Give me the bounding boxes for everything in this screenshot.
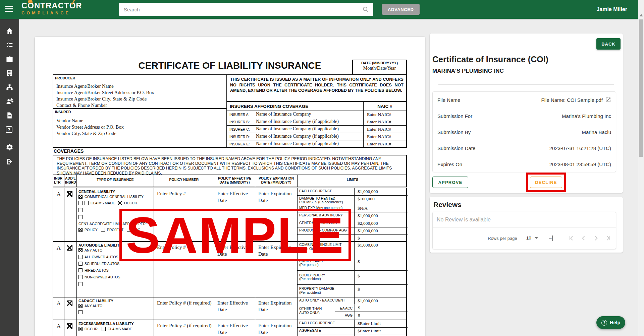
sidebar-nav — [0, 19, 19, 336]
coverage-row-excess-umbrella: A EXCESS/UMBRELLA LIABILITY OCCURCLAIMS … — [53, 320, 407, 336]
disclaimer-box: THIS CERTIFICATE IS ISSUED AS A MATTER O… — [226, 74, 407, 102]
document-viewer[interactable]: CERTIFICATE OF LIABILITY INSURANCE DATE … — [35, 37, 425, 336]
help-button[interactable]: Help — [596, 316, 625, 329]
producer-box: PRODUCER Insurnce Agent/Broker Name Insu… — [53, 74, 227, 109]
last-page-icon[interactable] — [604, 234, 612, 242]
menu-icon[interactable] — [5, 6, 13, 13]
tasks-checklist-icon[interactable] — [6, 41, 13, 49]
insurers-header: INSURERS AFFORDING COVERAGE — [227, 102, 363, 111]
question-mark-icon — [601, 320, 607, 326]
settings-gear-icon[interactable] — [6, 143, 13, 151]
decline-button[interactable]: DECLINE — [530, 177, 562, 188]
logo-compliance: COMPLIANCE — [21, 11, 82, 15]
user-name[interactable]: Jamie Miller — [596, 6, 627, 12]
checkmark-icon: O — [69, 2, 76, 10]
briefcase-icon[interactable] — [6, 55, 13, 63]
page-range-indicator: – — [549, 236, 553, 241]
checked-checkbox[interactable] — [67, 300, 72, 306]
panel-title: Certificate of Insurance (COI) — [432, 55, 548, 64]
org-chart-icon[interactable] — [6, 83, 13, 91]
search-bar — [119, 3, 373, 16]
rows-per-page-label: Rows per page — [488, 236, 517, 241]
rows-per-page-select[interactable]: 10 — [525, 233, 539, 243]
reviews-empty-text: No Review is available — [433, 212, 616, 227]
reviews-heading: Reviews — [433, 201, 462, 209]
submission-details: File Name File Name: COI Sample.pdf Subm… — [432, 91, 616, 172]
coverage-row-garage-liability: A GARAGE LIABILITY ANY AUTO Enter Policy… — [53, 297, 407, 320]
back-button[interactable]: BACK — [596, 38, 621, 50]
checked-checkbox[interactable] — [67, 323, 72, 329]
scrollbar[interactable] — [638, 0, 644, 336]
insurer-row: INSURER E: Name of Insurance Company (if… — [227, 140, 406, 148]
contractor-name: MARINA'S PLUMBING INC — [432, 68, 504, 74]
detail-row-submission-by: Submission By Marina Baciu — [433, 124, 616, 140]
approve-button[interactable]: APPROVE — [432, 177, 468, 188]
naic-header: NAIC # — [363, 102, 406, 111]
reviews-table: No Review is available Rows per page 10 … — [432, 212, 616, 249]
search-input[interactable] — [119, 7, 362, 12]
hardhat-icon: O — [28, 2, 34, 10]
next-page-icon[interactable] — [592, 234, 600, 242]
first-page-icon[interactable] — [567, 234, 575, 242]
coverages-paragraph: THE POLICIES OF INSURANCE LISTED BELOW H… — [53, 155, 407, 175]
advanced-search-button[interactable]: ADVANCED — [382, 4, 420, 15]
file-name-link[interactable]: File Name: COI Sample.pdf — [541, 97, 603, 103]
detail-row-expires-on: Expires On 2023-08-01 23:59:59 (UTC) — [433, 156, 616, 172]
logout-icon[interactable] — [6, 158, 13, 165]
scrollbar-thumb[interactable] — [639, 19, 643, 157]
insured-box: INSURED Vendor Name Vendor Street Addres… — [53, 108, 227, 148]
chevron-down-icon — [535, 237, 538, 239]
coverage-table-header: INSRLTR ADD'LINSRD TYPE OF INSURANCE POL… — [53, 175, 407, 187]
pagination-bar: Rows per page 10 – — [433, 227, 616, 249]
insurer-row: INSURER A: Name of Insurance Company Ent… — [227, 111, 406, 118]
search-icon — [362, 6, 369, 13]
previous-page-icon[interactable] — [580, 234, 588, 242]
insurer-row: INSURER C: Name of Insurance Company (if… — [227, 126, 406, 133]
scroll-up-arrow-icon[interactable] — [640, 14, 643, 16]
company-building-icon[interactable] — [6, 69, 13, 77]
detail-row-submission-for: Submission For Marina's Plumbing Inc — [433, 108, 616, 124]
checked-checkbox[interactable] — [67, 245, 72, 251]
documents-icon[interactable] — [6, 112, 13, 119]
insurer-row: INSURER D: Name of Insurance Company (if… — [227, 133, 406, 140]
coverages-heading: COVERAGES — [54, 148, 84, 154]
home-icon[interactable] — [6, 27, 13, 35]
insurer-row: INSURER B: Name of Insurance Company (if… — [227, 118, 406, 126]
open-in-new-icon[interactable] — [605, 97, 611, 103]
detail-row-submission-date: Submission Date 2023-07-31 16:21:28 (UTC… — [433, 140, 616, 156]
help-icon[interactable] — [6, 126, 13, 134]
divider — [438, 84, 614, 85]
app-logo: CONTRACTOR COMPLIANCE — [21, 2, 82, 15]
checked-checkbox[interactable] — [67, 191, 72, 197]
app-header: CONTRACTOR COMPLIANCE ADVANCED Jamie Mil… — [0, 0, 644, 19]
detail-row-file-name: File Name File Name: COI Sample.pdf — [433, 92, 616, 108]
sample-watermark: SAMPLE — [119, 209, 351, 261]
contractors-workers-icon[interactable] — [6, 97, 13, 105]
logo-contractor: CONTRACTOR — [21, 2, 82, 10]
date-box: DATE (MM/DD/YYYY) Month/Date/Year — [352, 60, 407, 74]
insurers-table: INSURERS AFFORDING COVERAGE NAIC # INSUR… — [226, 101, 407, 148]
